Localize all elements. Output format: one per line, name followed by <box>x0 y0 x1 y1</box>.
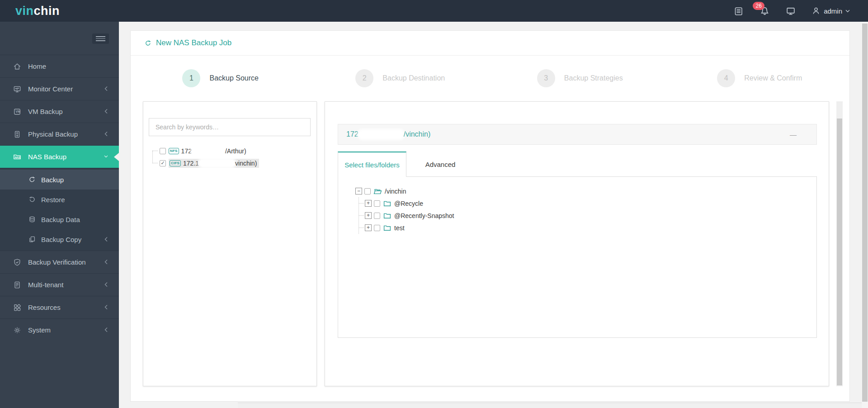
sidebar-item-vm-backup[interactable]: VM VM Backup <box>0 100 119 123</box>
storage-list-panel: NFS 172 /Arthur) ✓ CIFS 172.1 vinchin) <box>143 101 317 386</box>
detail-tabs: Select files/folders Advanced <box>338 152 817 177</box>
wizard-stepper: 1 Backup Source 2 Backup Destination 3 B… <box>131 56 849 101</box>
folder-label: @Recycle <box>394 200 423 207</box>
submenu-item-backup-copy[interactable]: Backup Copy <box>0 229 119 249</box>
sidebar-item-resources[interactable]: Resources <box>0 296 119 318</box>
vinchin-app: vinchin 26 admin Home <box>0 0 868 408</box>
share-title-start: 172 <box>346 130 359 138</box>
submenu-item-restore[interactable]: Restore <box>0 190 119 209</box>
chevron-left-icon <box>104 130 108 138</box>
storage-name-end: /Arthur) <box>225 147 246 155</box>
folder-checkbox-unchecked[interactable] <box>364 188 371 195</box>
horizontal-scrollbar[interactable] <box>238 403 868 408</box>
sidebar-item-nas-backup[interactable]: NAS NAS Backup <box>0 145 119 168</box>
minimize-button[interactable]: — <box>790 131 797 138</box>
shield-check-icon <box>13 258 22 267</box>
sidebar: Home Monitor Center VM VM Backup Physica… <box>0 22 119 408</box>
scrollbar-thumb[interactable] <box>862 24 868 402</box>
svg-text:NAS: NAS <box>15 156 20 158</box>
chevron-left-icon <box>104 326 108 334</box>
storage-checkbox-unchecked[interactable] <box>160 148 166 154</box>
collapse-toggle[interactable]: − <box>355 188 362 195</box>
storage-name-start: 172 <box>181 147 192 155</box>
topbar: vinchin 26 admin <box>0 0 868 22</box>
vm-backup-icon: VM <box>13 107 22 116</box>
storage-row-cifs[interactable]: ✓ CIFS 172.1 vinchin) <box>152 157 259 169</box>
sidebar-item-physical-backup[interactable]: Physical Backup <box>0 123 119 145</box>
expand-toggle[interactable]: + <box>365 224 372 231</box>
step-label: Backup Destination <box>382 74 445 82</box>
console-monitor-icon[interactable] <box>785 5 796 16</box>
nas-backup-icon: NAS <box>13 152 22 161</box>
sidebar-item-home[interactable]: Home <box>0 55 119 77</box>
page-scrollbar[interactable] <box>862 22 868 408</box>
file-tree-row-recently-snapshot[interactable]: + @Recently-Snapshot <box>359 209 816 222</box>
sidebar-item-system[interactable]: System <box>0 318 119 341</box>
submenu-item-backup-data[interactable]: Backup Data <box>0 209 119 229</box>
redacted-ip <box>200 160 234 166</box>
tab-advanced[interactable]: Advanced <box>406 152 474 177</box>
sidebar-item-label: Physical Backup <box>28 130 78 138</box>
username-label: admin <box>824 7 842 15</box>
sidebar-item-label: Resources <box>28 304 61 311</box>
chevron-left-icon <box>104 304 108 311</box>
chevron-left-icon <box>104 85 108 93</box>
file-tree-box: − /vinchin + @Recycle + <box>338 176 817 338</box>
storage-name-start: 172.1 <box>183 160 199 167</box>
expand-toggle[interactable]: + <box>365 212 372 219</box>
chevron-left-icon <box>104 108 108 115</box>
active-item-pointer <box>114 153 119 161</box>
tree-connector <box>152 163 158 163</box>
main-content: New NAS Backup Job 1 Backup Source 2 Bac… <box>119 22 868 408</box>
search-input[interactable] <box>149 118 311 136</box>
expand-toggle[interactable]: + <box>365 200 372 207</box>
folder-checkbox-unchecked[interactable] <box>374 213 380 219</box>
file-tree-row-test[interactable]: + test <box>359 222 816 234</box>
home-icon <box>13 62 22 71</box>
folder-checkbox-unchecked[interactable] <box>374 200 380 207</box>
report-list-icon[interactable] <box>733 5 744 16</box>
storage-checkbox-checked[interactable]: ✓ <box>160 160 166 166</box>
tab-select-files-folders[interactable]: Select files/folders <box>338 152 406 177</box>
scrollbar-thumb[interactable] <box>837 119 842 385</box>
share-header: 172 /vinchin) — <box>338 124 817 145</box>
open-folder-icon <box>373 188 382 195</box>
submenu-item-backup[interactable]: Backup <box>0 170 119 190</box>
page-title: New NAS Backup Job <box>156 38 231 47</box>
file-tree-root-row[interactable]: − /vinchin <box>355 185 816 197</box>
sidebar-menu: Home Monitor Center VM VM Backup Physica… <box>0 55 119 341</box>
storage-row-nfs[interactable]: NFS 172 /Arthur) <box>152 145 259 157</box>
redacted-ip <box>359 131 403 138</box>
step-number: 1 <box>182 69 200 87</box>
folder-label: test <box>394 224 405 232</box>
sidebar-item-label: VM Backup <box>28 108 63 115</box>
folder-checkbox-unchecked[interactable] <box>374 225 380 231</box>
gear-icon <box>13 326 22 335</box>
step-label: Backup Strategies <box>564 74 623 82</box>
folder-label: /vinchin <box>385 188 406 195</box>
user-menu[interactable]: admin <box>811 6 850 15</box>
step-number: 2 <box>355 69 373 87</box>
svg-text:VM: VM <box>15 109 20 114</box>
cifs-protocol-icon: CIFS <box>170 160 181 166</box>
folder-icon <box>383 224 392 232</box>
file-tree-children: + @Recycle + @Recently-Snapshot <box>359 197 816 234</box>
grid-icon <box>13 303 22 312</box>
tree-connector <box>152 151 158 151</box>
sidebar-collapse-button[interactable] <box>92 33 109 44</box>
notifications-bell-icon[interactable]: 26 <box>759 5 770 16</box>
chevron-left-icon <box>104 258 108 266</box>
submenu-item-label: Backup Copy <box>41 236 81 243</box>
share-detail-panel: 172 /vinchin) — Select files/folders Adv… <box>325 101 829 386</box>
file-tree-row-recycle[interactable]: + @Recycle <box>359 197 816 209</box>
sidebar-item-label: System <box>28 326 51 334</box>
step-backup-strategies: 3 Backup Strategies <box>490 69 670 87</box>
content-scrollbar[interactable] <box>836 101 843 386</box>
sidebar-item-backup-verification[interactable]: Backup Verification <box>0 251 119 273</box>
step-number: 3 <box>537 69 555 87</box>
sidebar-item-multi-tenant[interactable]: Multi-tenant <box>0 273 119 296</box>
storage-tree: NFS 172 /Arthur) ✓ CIFS 172.1 vinchin) <box>152 145 259 169</box>
folder-icon <box>383 212 392 219</box>
user-icon <box>811 6 821 15</box>
sidebar-item-monitor-center[interactable]: Monitor Center <box>0 77 119 100</box>
